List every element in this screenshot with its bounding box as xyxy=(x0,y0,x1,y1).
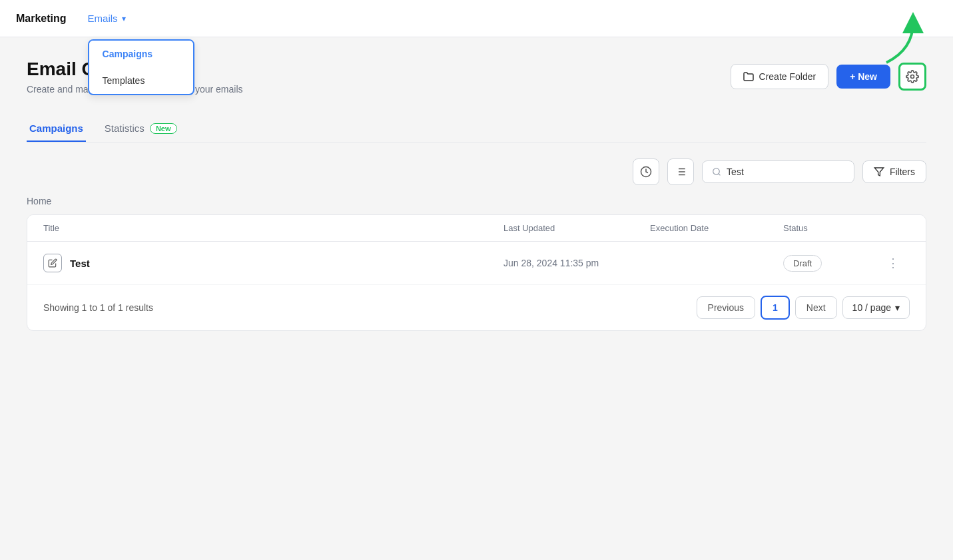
gear-icon xyxy=(906,70,919,83)
new-badge: New xyxy=(150,123,177,134)
create-folder-button[interactable]: Create Folder xyxy=(731,64,829,89)
tabs-bar: Campaigns Statistics New xyxy=(27,116,926,142)
per-page-chevron: ▾ xyxy=(895,302,900,313)
emails-dropdown[interactable]: Emails ▾ Campaigns Templates xyxy=(88,13,126,24)
history-button[interactable] xyxy=(633,158,659,185)
search-icon xyxy=(712,166,721,177)
folder-icon xyxy=(743,71,754,82)
list-view-button[interactable] xyxy=(667,158,694,185)
chevron-down-icon: ▾ xyxy=(122,14,126,23)
settings-button[interactable] xyxy=(898,63,926,91)
per-page-select[interactable]: 10 / page ▾ xyxy=(842,296,910,319)
showing-text: Showing 1 to 1 of 1 results xyxy=(43,302,153,313)
dropdown-item-templates[interactable]: Templates xyxy=(89,67,193,94)
brand-name: Marketing xyxy=(16,13,67,25)
data-table: Title Last Updated Execution Date Status… xyxy=(27,214,926,331)
table-row: Test Jun 28, 2024 11:35 pm Draft ⋮ xyxy=(27,242,926,285)
tab-campaigns[interactable]: Campaigns xyxy=(27,116,86,142)
list-icon xyxy=(675,166,687,178)
svg-point-0 xyxy=(911,75,914,79)
settings-area xyxy=(898,63,926,91)
search-input[interactable] xyxy=(727,166,844,177)
page-header-actions: Create Folder + New xyxy=(731,63,926,91)
create-folder-label: Create Folder xyxy=(759,71,816,82)
breadcrumb: Home xyxy=(27,196,926,206)
page-1-button[interactable]: 1 xyxy=(761,296,790,320)
new-button[interactable]: + New xyxy=(836,65,890,89)
svg-line-10 xyxy=(719,174,721,176)
col-title: Title xyxy=(43,223,503,233)
clock-icon xyxy=(640,166,652,178)
svg-point-9 xyxy=(713,168,719,174)
col-status: Status xyxy=(783,223,876,233)
previous-button[interactable]: Previous xyxy=(697,296,755,319)
status-badge: Draft xyxy=(783,255,822,272)
tab-campaigns-label: Campaigns xyxy=(29,123,83,134)
col-execution-date: Execution Date xyxy=(650,223,783,233)
emails-label: Emails xyxy=(88,13,118,24)
svg-marker-11 xyxy=(874,168,883,176)
toolbar: Filters xyxy=(27,158,926,185)
row-last-updated: Jun 28, 2024 11:35 pm xyxy=(503,258,650,268)
top-nav: Marketing Emails ▾ Campaigns Templates xyxy=(0,0,953,37)
edit-icon[interactable] xyxy=(43,254,62,272)
row-status: Draft xyxy=(783,255,876,272)
dropdown-item-campaigns[interactable]: Campaigns xyxy=(89,41,193,67)
row-actions-menu[interactable]: ⋮ xyxy=(876,256,910,270)
per-page-label: 10 / page xyxy=(852,302,891,313)
new-label: + New xyxy=(850,71,877,82)
tab-statistics-label: Statistics xyxy=(105,123,145,134)
row-title-text: Test xyxy=(70,258,90,269)
col-actions xyxy=(876,223,910,233)
pagination: Previous 1 Next 10 / page ▾ xyxy=(697,296,910,320)
emails-dropdown-menu: Campaigns Templates xyxy=(88,39,194,95)
search-box xyxy=(702,160,854,183)
next-button[interactable]: Next xyxy=(795,296,837,319)
row-title-cell: Test xyxy=(43,254,503,272)
table-footer: Showing 1 to 1 of 1 results Previous 1 N… xyxy=(27,285,926,330)
filter-icon xyxy=(874,166,884,177)
col-last-updated: Last Updated xyxy=(503,223,650,233)
table-header: Title Last Updated Execution Date Status xyxy=(27,215,926,242)
filters-label: Filters xyxy=(890,166,915,177)
tab-statistics[interactable]: Statistics New xyxy=(102,116,180,142)
filters-button[interactable]: Filters xyxy=(862,160,926,183)
